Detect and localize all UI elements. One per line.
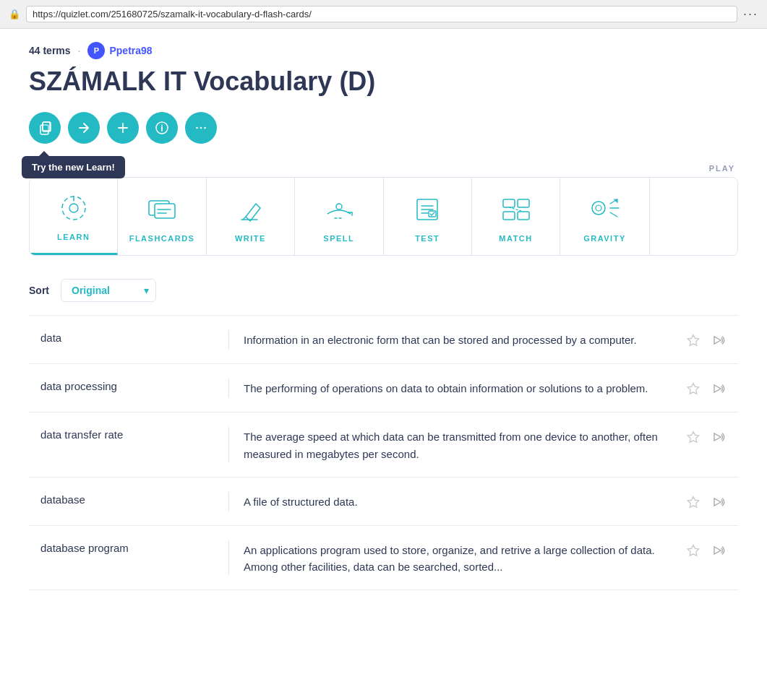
svg-point-6 — [200, 127, 202, 129]
svg-rect-22 — [503, 199, 515, 207]
svg-point-27 — [592, 202, 605, 215]
svg-rect-12 — [155, 204, 175, 218]
mode-spell[interactable]: SPELL — [295, 178, 383, 255]
learn-icon — [55, 192, 93, 224]
vocab-term: data processing — [40, 379, 214, 392]
info-button[interactable] — [146, 112, 178, 144]
page-title: SZÁMALK IT Vocabulary (D) — [29, 66, 738, 96]
vocab-actions — [685, 540, 727, 559]
vocab-actions — [685, 492, 727, 511]
star-button[interactable] — [685, 428, 702, 446]
sort-select-wrapper[interactable]: Original Alphabetical Newest — [61, 279, 156, 302]
gravity-icon — [586, 194, 623, 225]
vocab-row: database A file of structured data. — [29, 478, 738, 526]
more-button[interactable] — [185, 112, 217, 144]
vocab-divider — [228, 540, 229, 576]
add-button[interactable] — [107, 112, 139, 144]
modes-grid: LEARN FLASHCARDS — [29, 177, 738, 256]
audio-button[interactable] — [709, 493, 727, 511]
mode-gravity-label: GRAVITY — [583, 234, 626, 243]
vocab-row: database program An applications program… — [29, 526, 738, 591]
vocab-definition: The performing of operations on data to … — [244, 379, 670, 397]
star-button[interactable] — [685, 332, 702, 349]
url-bar[interactable]: https://quizlet.com/251680725/szamalk-it… — [26, 6, 737, 22]
author-badge[interactable]: P Ppetra98 — [87, 42, 152, 59]
mode-match[interactable]: MATCH — [472, 178, 560, 255]
vocab-actions — [685, 330, 727, 349]
audio-button[interactable] — [709, 332, 727, 349]
star-button[interactable] — [685, 493, 702, 511]
svg-marker-30 — [714, 337, 721, 344]
play-label: PLAY — [29, 164, 738, 173]
vocab-actions — [685, 427, 727, 446]
sort-select[interactable]: Original Alphabetical Newest — [61, 279, 156, 302]
vocab-divider — [228, 427, 229, 462]
vocab-definition: Information in an electronic form that c… — [244, 330, 670, 348]
spell-icon — [320, 194, 358, 225]
mode-test[interactable]: TEST — [384, 178, 472, 255]
vocab-definition: The average speed at which data can be t… — [244, 427, 670, 462]
vocab-row: data transfer rate The average speed at … — [29, 412, 738, 478]
vocab-list: data Information in an electronic form t… — [29, 315, 738, 590]
mode-flashcards-label: FLASHCARDS — [129, 234, 195, 243]
mode-write-label: WRITE — [235, 234, 266, 243]
meta-row: 44 terms · P Ppetra98 — [29, 29, 738, 66]
svg-rect-24 — [503, 212, 515, 220]
vocab-term: database program — [40, 540, 214, 554]
svg-rect-25 — [518, 212, 529, 220]
svg-marker-34 — [714, 547, 721, 554]
svg-point-28 — [596, 205, 601, 211]
study-modes-section: PLAY LEARN — [29, 164, 738, 256]
vocab-term: data transfer rate — [40, 427, 214, 441]
svg-point-7 — [204, 127, 206, 129]
vocab-definition: An applications program used to store, o… — [244, 540, 670, 576]
action-buttons-row: Try the new Learn! — [29, 112, 738, 144]
tooltip: Try the new Learn! — [22, 156, 125, 178]
svg-point-4 — [161, 125, 163, 126]
page-container: 44 terms · P Ppetra98 SZÁMALK IT Vocabul… — [0, 29, 767, 590]
svg-marker-32 — [714, 433, 721, 441]
svg-point-9 — [69, 204, 78, 212]
security-icon: 🔒 — [9, 9, 20, 20]
vocab-actions — [685, 379, 727, 397]
audio-button[interactable] — [709, 380, 727, 397]
svg-marker-31 — [714, 385, 721, 392]
mode-spell-label: SPELL — [323, 234, 354, 243]
svg-rect-2 — [43, 122, 50, 131]
audio-button[interactable] — [709, 428, 727, 446]
vocab-term: database — [40, 492, 214, 506]
star-button[interactable] — [685, 542, 702, 559]
mode-match-label: MATCH — [499, 234, 532, 243]
flashcards-icon — [143, 194, 181, 225]
mode-spacer — [649, 178, 737, 255]
author-name: Ppetra98 — [109, 45, 152, 56]
vocab-definition: A file of structured data. — [244, 492, 670, 510]
author-avatar: P — [87, 42, 105, 59]
sort-label: Sort — [29, 285, 49, 296]
write-icon — [231, 194, 269, 225]
svg-point-5 — [196, 127, 198, 129]
mode-learn-label: LEARN — [57, 233, 90, 241]
share-button[interactable] — [68, 112, 100, 144]
vocab-divider — [228, 379, 229, 397]
mode-write[interactable]: WRITE — [207, 178, 295, 255]
match-icon — [497, 194, 535, 225]
svg-point-16 — [336, 204, 342, 209]
vocab-divider — [228, 330, 229, 349]
browser-bar: 🔒 https://quizlet.com/251680725/szamalk-… — [0, 0, 767, 29]
copy-button[interactable] — [29, 112, 61, 144]
star-button[interactable] — [685, 380, 702, 397]
vocab-divider — [228, 492, 229, 511]
mode-gravity[interactable]: GRAVITY — [560, 178, 648, 255]
learn-action-container: Try the new Learn! — [29, 112, 61, 144]
mode-learn[interactable]: LEARN — [30, 178, 118, 255]
vocab-term: data — [40, 330, 214, 344]
svg-line-26 — [509, 207, 523, 212]
audio-button[interactable] — [709, 542, 727, 559]
terms-count: 44 terms — [29, 45, 71, 56]
mode-flashcards[interactable]: FLASHCARDS — [118, 178, 206, 255]
browser-menu-icon[interactable]: ··· — [743, 7, 758, 22]
sort-row: Sort Original Alphabetical Newest — [29, 279, 738, 302]
vocab-row: data Information in an electronic form t… — [29, 315, 738, 364]
svg-marker-33 — [714, 498, 721, 506]
